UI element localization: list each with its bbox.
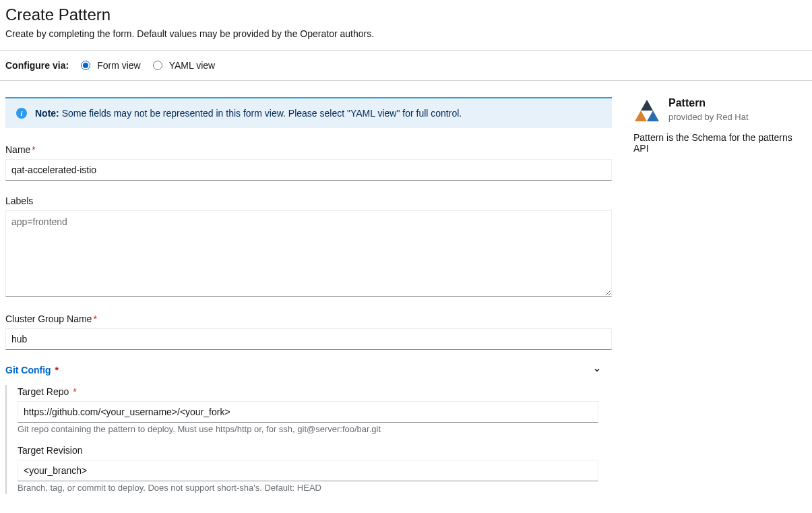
radio-icon <box>153 61 162 70</box>
target-revision-label: Target Revision <box>18 445 612 456</box>
sidebar-description: Pattern is the Schema for the patterns A… <box>633 132 807 154</box>
svg-marker-2 <box>647 111 659 121</box>
name-input[interactable] <box>5 159 612 181</box>
svg-marker-0 <box>641 100 653 111</box>
configure-via-label: Configure via: <box>5 60 69 71</box>
target-repo-helper: Git repo containing the pattern to deplo… <box>18 424 612 435</box>
radio-form-view[interactable]: Form view <box>81 60 141 71</box>
configure-via-row: Configure via: Form view YAML view <box>0 50 812 81</box>
info-alert: i Note: Some fields may not be represent… <box>5 97 612 128</box>
svg-marker-1 <box>635 111 647 121</box>
target-revision-input[interactable] <box>18 460 598 481</box>
sidebar-provided-by: provided by Red Hat <box>668 112 749 122</box>
target-revision-helper: Branch, tag, or commit to deploy. Does n… <box>18 483 612 494</box>
sidebar-title: Pattern <box>668 97 749 109</box>
alert-text: Note: Some fields may not be represented… <box>35 108 462 119</box>
radio-icon <box>81 61 90 70</box>
pattern-logo-icon <box>633 97 660 124</box>
cluster-group-name-label: Cluster Group Name* <box>5 313 612 324</box>
git-config-toggle[interactable]: Git Config * <box>5 365 612 375</box>
name-label: Name* <box>5 144 612 155</box>
labels-label: Labels <box>5 195 612 206</box>
git-config-heading: Git Config * <box>5 365 59 375</box>
radio-form-view-label: Form view <box>97 60 141 71</box>
cluster-group-name-input[interactable] <box>5 328 612 350</box>
page-title: Create Pattern <box>5 5 807 24</box>
labels-input[interactable] <box>5 210 612 297</box>
chevron-down-icon <box>593 366 601 374</box>
target-repo-label: Target Repo * <box>18 386 612 397</box>
radio-yaml-view-label: YAML view <box>169 60 215 71</box>
target-repo-input[interactable] <box>18 401 598 423</box>
info-icon: i <box>16 108 27 119</box>
radio-yaml-view[interactable]: YAML view <box>153 60 215 71</box>
page-subtitle: Create by completing the form. Default v… <box>5 28 807 39</box>
